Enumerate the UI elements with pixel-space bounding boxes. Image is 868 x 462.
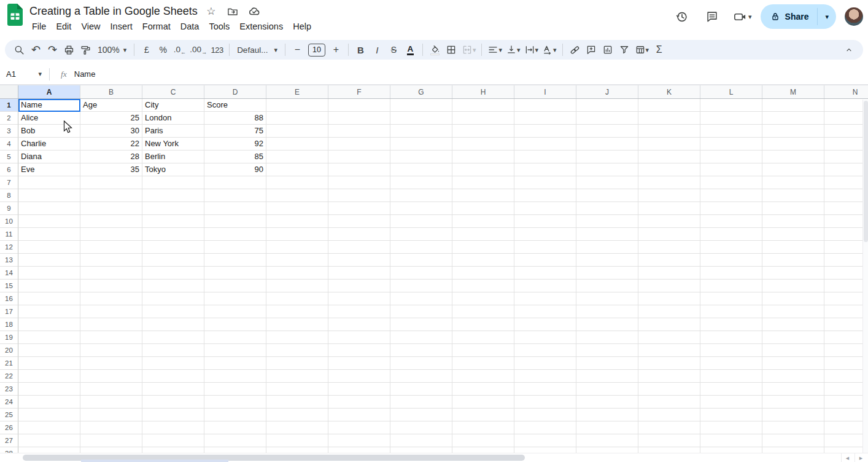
cell-B26[interactable] (80, 421, 142, 434)
cell-N2[interactable] (824, 112, 868, 125)
cell-J19[interactable] (576, 331, 638, 344)
cell-J25[interactable] (576, 409, 638, 421)
cell-A11[interactable] (18, 228, 80, 241)
cell-I27[interactable] (514, 434, 576, 447)
cell-N18[interactable] (824, 318, 868, 331)
scroll-left-button[interactable]: ◀ (841, 453, 853, 462)
cell-C10[interactable] (142, 215, 204, 228)
cell-M14[interactable] (762, 267, 824, 280)
cell-M25[interactable] (762, 409, 824, 421)
row-header-23[interactable]: 23 (0, 383, 18, 396)
row-header-10[interactable]: 10 (0, 215, 18, 228)
cell-A17[interactable] (18, 305, 80, 318)
cell-J27[interactable] (576, 434, 638, 447)
menu-format[interactable]: Format (138, 20, 176, 33)
cell-B16[interactable] (80, 292, 142, 305)
cell-K17[interactable] (638, 305, 700, 318)
cell-F17[interactable] (328, 305, 390, 318)
cell-A20[interactable] (18, 344, 80, 357)
cell-A18[interactable] (18, 318, 80, 331)
column-header-M[interactable]: M (762, 85, 824, 98)
cell-K8[interactable] (638, 189, 700, 202)
menu-file[interactable]: File (27, 20, 51, 33)
cell-C4[interactable]: New York (142, 138, 204, 151)
cell-E1[interactable] (266, 99, 328, 112)
cell-M24[interactable] (762, 396, 824, 409)
cell-E17[interactable] (266, 305, 328, 318)
cell-L16[interactable] (700, 292, 762, 305)
cell-J26[interactable] (576, 421, 638, 434)
cell-I9[interactable] (514, 202, 576, 215)
cell-L8[interactable] (700, 189, 762, 202)
cell-H5[interactable] (452, 151, 514, 163)
name-box[interactable]: A1 ▾ (0, 69, 47, 79)
cell-I11[interactable] (514, 228, 576, 241)
cell-N20[interactable] (824, 344, 868, 357)
cell-A23[interactable] (18, 383, 80, 396)
cell-H24[interactable] (452, 396, 514, 409)
row-header-14[interactable]: 14 (0, 267, 18, 280)
cell-B12[interactable] (80, 241, 142, 254)
cell-H8[interactable] (452, 189, 514, 202)
row-header-26[interactable]: 26 (0, 421, 18, 434)
cell-L1[interactable] (700, 99, 762, 112)
cell-G4[interactable] (390, 138, 452, 151)
cell-E23[interactable] (266, 383, 328, 396)
cloud-status-icon[interactable] (246, 4, 262, 20)
cell-I12[interactable] (514, 241, 576, 254)
cell-D21[interactable] (204, 357, 266, 370)
cell-K1[interactable] (638, 99, 700, 112)
cell-L11[interactable] (700, 228, 762, 241)
cell-G15[interactable] (390, 280, 452, 292)
cell-A5[interactable]: Diana (18, 151, 80, 163)
cell-I24[interactable] (514, 396, 576, 409)
text-wrap-button[interactable]: ▾ (522, 42, 541, 58)
row-header-3[interactable]: 3 (0, 125, 18, 138)
cell-N1[interactable] (824, 99, 868, 112)
cell-D16[interactable] (204, 292, 266, 305)
cell-N10[interactable] (824, 215, 868, 228)
column-header-K[interactable]: K (638, 85, 700, 98)
cell-D17[interactable] (204, 305, 266, 318)
cell-I7[interactable] (514, 176, 576, 189)
cell-K9[interactable] (638, 202, 700, 215)
cell-F26[interactable] (328, 421, 390, 434)
cell-J14[interactable] (576, 267, 638, 280)
cell-D18[interactable] (204, 318, 266, 331)
cell-D22[interactable] (204, 370, 266, 383)
insert-chart-button[interactable] (600, 42, 616, 58)
decrease-font-size-button[interactable]: − (289, 42, 306, 58)
cell-K14[interactable] (638, 267, 700, 280)
cell-E20[interactable] (266, 344, 328, 357)
cell-D19[interactable] (204, 331, 266, 344)
cell-I23[interactable] (514, 383, 576, 396)
cell-E10[interactable] (266, 215, 328, 228)
strikethrough-button[interactable]: S (386, 42, 402, 58)
cell-N4[interactable] (824, 138, 868, 151)
cell-K12[interactable] (638, 241, 700, 254)
column-header-B[interactable]: B (80, 85, 142, 98)
cell-D10[interactable] (204, 215, 266, 228)
cell-C14[interactable] (142, 267, 204, 280)
cell-A1[interactable]: Name (18, 99, 80, 112)
cell-D6[interactable]: 90 (204, 163, 266, 176)
text-color-button[interactable]: A (402, 42, 419, 58)
column-header-F[interactable]: F (328, 85, 390, 98)
cell-J8[interactable] (576, 189, 638, 202)
text-rotation-button[interactable]: ▾ (540, 42, 559, 58)
cell-B13[interactable] (80, 254, 142, 267)
cell-L4[interactable] (700, 138, 762, 151)
cell-C9[interactable] (142, 202, 204, 215)
cell-C11[interactable] (142, 228, 204, 241)
cell-K27[interactable] (638, 434, 700, 447)
cell-N25[interactable] (824, 409, 868, 421)
cell-H6[interactable] (452, 163, 514, 176)
cell-K6[interactable] (638, 163, 700, 176)
cell-H2[interactable] (452, 112, 514, 125)
row-header-16[interactable]: 16 (0, 292, 18, 305)
cell-E13[interactable] (266, 254, 328, 267)
cell-G19[interactable] (390, 331, 452, 344)
cell-D2[interactable]: 88 (204, 112, 266, 125)
star-icon[interactable]: ☆ (203, 4, 219, 20)
column-header-N[interactable]: N (824, 85, 868, 98)
